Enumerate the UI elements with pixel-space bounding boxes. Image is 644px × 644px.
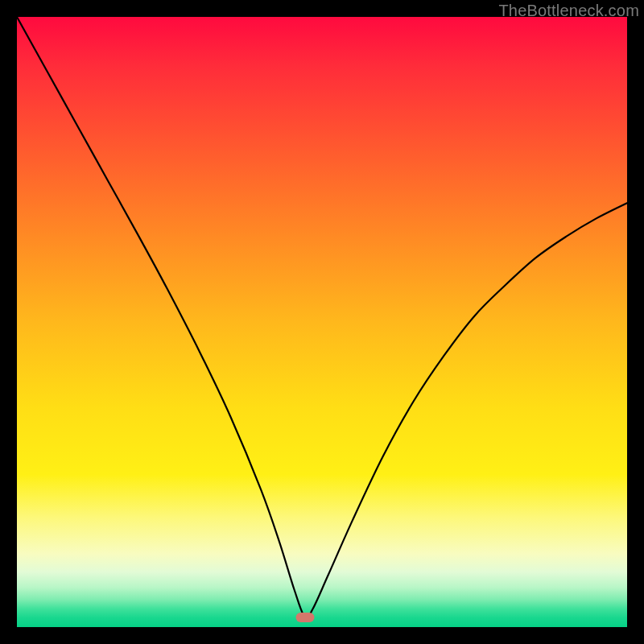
bottleneck-curve <box>17 17 627 627</box>
plot-area <box>17 17 627 627</box>
bottleneck-marker <box>295 613 314 622</box>
chart-frame: TheBottleneck.com <box>0 0 644 644</box>
watermark-text: TheBottleneck.com <box>498 2 639 20</box>
